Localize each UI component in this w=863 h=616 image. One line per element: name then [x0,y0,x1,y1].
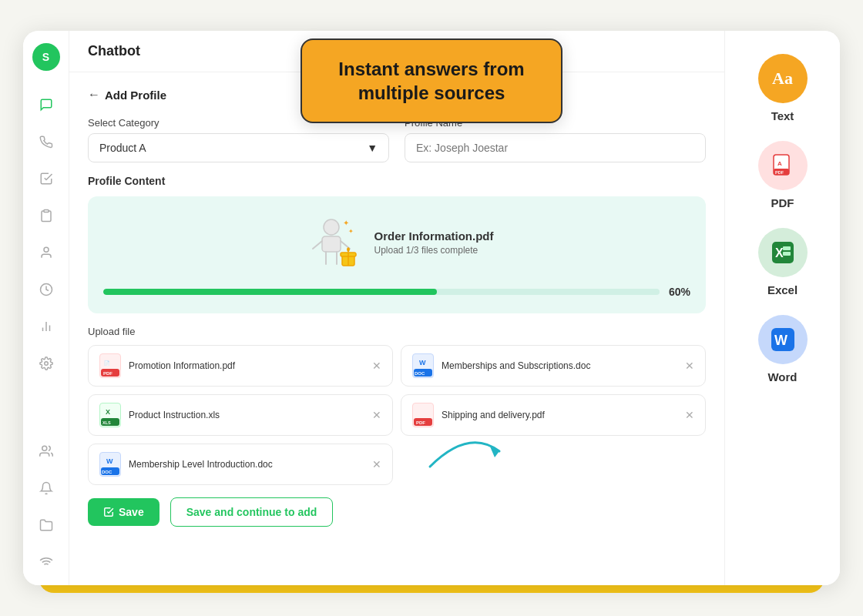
tooltip-line1: Instant answers from [338,59,524,79]
pdf-icon: PDF [412,403,434,427]
svg-text:A: A [777,160,782,167]
excel-source-icon: X [758,228,808,277]
word-source-icon: W [758,315,808,364]
file-close-icon[interactable]: ✕ [685,360,694,372]
files-grid: PDF📄 Promotion Information.pdf ✕ DOCW Me… [88,345,706,485]
progress-bar-container [103,289,660,295]
svg-text:PDF: PDF [416,420,425,425]
sidebar-item-bell[interactable] [35,477,57,499]
category-value: Product A [99,142,146,154]
svg-point-6 [44,362,48,366]
sidebar-item-settings[interactable] [35,353,57,374]
svg-text:PDF: PDF [775,170,784,175]
tooltip-popup: Instant answers from multiple sources [301,38,562,123]
doc-icon: DOCW [412,353,434,378]
sidebar-item-chart[interactable] [35,316,57,337]
sidebar-item-wifi[interactable] [35,551,57,573]
sidebar-item-check[interactable] [35,168,57,189]
svg-text:DOC: DOC [415,371,425,376]
sidebar-item-clipboard[interactable] [35,205,57,226]
text-source-icon: Aa [758,54,808,103]
file-item: DOCW Memberships and Subscriptions.doc ✕ [401,345,706,387]
svg-text:X: X [775,246,784,259]
sidebar-item-folder[interactable] [35,514,57,536]
save-button[interactable]: Save [88,498,160,526]
back-link-label: Add Profile [105,89,166,102]
upload-illustration: ✦ ✦ [301,212,362,273]
svg-text:X: X [106,408,110,416]
pdf-icon: PDF📄 [99,353,121,378]
doc-icon: DOCW [99,452,121,477]
svg-point-9 [324,219,339,235]
app-title: Chatbot [88,43,140,59]
save-label: Save [119,506,144,518]
profile-content-label: Profile Content [88,175,706,187]
svg-text:DOC: DOC [102,470,112,474]
file-close-icon[interactable]: ✕ [372,409,381,421]
form-row-top: Select Category Product A ▼ Profile Name [88,117,706,162]
file-name: Memberships and Subscriptions.doc [442,360,677,371]
upload-content: ✦ ✦ Order Information.pdf Uplo [301,212,494,273]
upload-area: ✦ ✦ Order Information.pdf Uplo [88,196,706,313]
svg-line-11 [313,241,322,249]
profile-name-group: Profile Name [405,117,706,162]
source-item-excel: X Excel [758,228,808,296]
pdf-source-icon: PDF A [758,141,808,190]
file-item: PDF Shipping and delivery.pdf ✕ [401,394,706,436]
word-source-label: Word [767,370,797,383]
svg-rect-10 [322,236,341,252]
progress-bar-fill [103,289,437,295]
file-close-icon[interactable]: ✕ [372,360,381,372]
file-name: Shipping and delivery.pdf [442,410,677,420]
tooltip-line2: multiple sources [358,82,505,103]
back-arrow-icon: ← [88,88,100,102]
save-continue-button[interactable]: Save and continue to add [170,497,334,527]
file-name: Product Instruction.xls [129,410,364,420]
category-group: Select Category Product A ▼ [88,117,389,162]
file-close-icon[interactable]: ✕ [685,409,694,421]
file-close-icon[interactable]: ✕ [372,458,381,470]
sidebar-item-phone[interactable] [35,131,57,152]
profile-name-input[interactable] [405,133,706,162]
svg-text:✦: ✦ [343,219,349,227]
upload-section-label: Upload file [88,326,706,337]
svg-text:PDF: PDF [103,371,112,376]
svg-text:W: W [419,359,426,367]
right-panel: Aa Text PDF A PDF [724,31,840,585]
svg-text:✦: ✦ [348,228,354,235]
sidebar-item-chat[interactable] [35,94,57,116]
file-name: Membership Level Introduction.doc [129,459,364,470]
svg-text:W: W [106,457,113,465]
upload-filename: Order Information.pdf [374,229,494,243]
svg-text:📄: 📄 [104,360,110,367]
user-avatar: S [32,43,60,71]
category-select[interactable]: Product A ▼ [88,133,389,162]
excel-source-label: Excel [767,283,798,296]
source-item-pdf: PDF A PDF [758,141,808,209]
sidebar-item-user[interactable] [35,242,57,263]
svg-rect-0 [44,210,49,213]
text-source-label: Text [771,109,794,122]
source-item-word: W Word [758,315,808,383]
form-area: ← Add Profile Select Category Product A … [69,72,724,585]
tooltip-text: Instant answers from multiple sources [333,57,530,105]
file-item: PDF📄 Promotion Information.pdf ✕ [88,345,393,387]
svg-point-1 [44,247,49,252]
svg-rect-45 [783,246,791,250]
upload-status: Upload 1/3 files complete [374,245,494,256]
sidebar-item-clock[interactable] [35,279,57,300]
source-item-text: Aa Text [758,54,808,122]
svg-rect-46 [783,252,791,256]
xls-icon: XLSX [99,403,121,427]
sidebar: S [23,31,69,585]
file-item: XLSX Product Instruction.xls ✕ [88,394,393,436]
sidebar-item-team[interactable] [35,440,57,462]
svg-text:W: W [774,333,787,348]
svg-text:XLS: XLS [102,420,111,425]
progress-percent: 60% [669,286,690,298]
pdf-source-label: PDF [771,196,794,209]
action-row: Save Save and continue to add [88,497,706,527]
file-name: Promotion Information.pdf [129,360,364,371]
file-item: DOCW Membership Level Introduction.doc ✕ [88,444,393,485]
sidebar-bottom [35,440,57,573]
